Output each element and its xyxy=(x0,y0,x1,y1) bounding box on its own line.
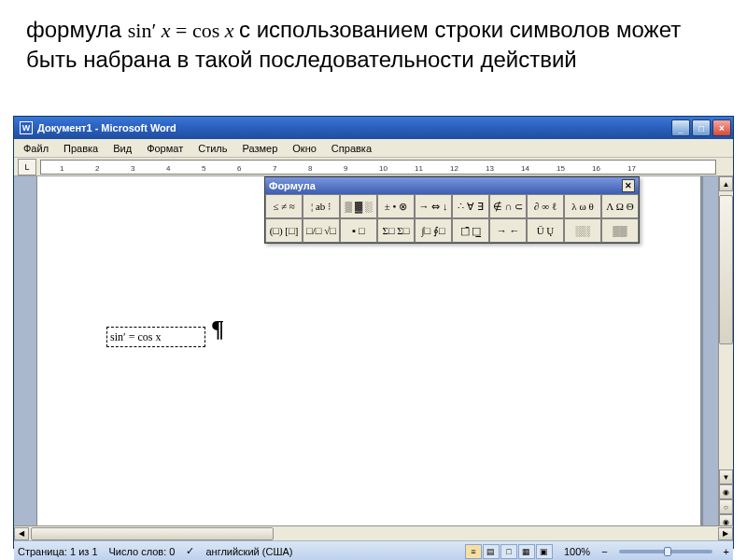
hscroll-thumb[interactable] xyxy=(31,527,274,540)
symbols-relational[interactable]: ≤ ≠ ≈ xyxy=(265,194,303,218)
view-print-layout[interactable]: ≡ xyxy=(465,544,482,559)
symbols-embellish[interactable]: ▒ ▓ ░ xyxy=(340,194,377,218)
menu-style[interactable]: Стиль xyxy=(192,141,233,156)
template-integral[interactable]: ∫□ ∮□ xyxy=(415,218,452,243)
equation-toolbar-row-2: (□) [□] □/□ √□ ▪ □ Σ□ Σ□ ∫□ ∮□ □̄ □̲ → ←… xyxy=(265,218,639,243)
view-buttons: ≡ ▤ □ ▦ ▣ xyxy=(465,544,553,559)
menu-edit[interactable]: Правка xyxy=(58,141,104,156)
menu-view[interactable]: Вид xyxy=(107,141,137,156)
vertical-scrollbar[interactable]: ▲ ▼ ◉ ○ ◉ xyxy=(718,176,733,525)
app-icon-letter: W xyxy=(22,123,31,133)
ruler-tick: 11 xyxy=(415,164,423,173)
scroll-thumb[interactable] xyxy=(719,195,733,344)
template-matrix-1[interactable]: ░░ xyxy=(564,218,601,243)
template-subscript[interactable]: ▪ □ xyxy=(340,218,377,243)
zoom-out-button[interactable]: − xyxy=(601,546,607,557)
status-proofing[interactable]: ✓ xyxy=(186,545,194,557)
maximize-button[interactable]: □ xyxy=(692,119,711,136)
template-sum[interactable]: Σ□ Σ□ xyxy=(377,218,415,243)
status-wordcount[interactable]: Число слов: 0 xyxy=(109,546,176,557)
equation-toolbar-rows: ≤ ≠ ≈ ¦ ab ⁝ ▒ ▓ ░ ± • ⊗ → ⇔ ↓ ∴ ∀ ∃ ∉ ∩… xyxy=(265,194,639,243)
ruler-tick: 10 xyxy=(379,164,388,173)
symbols-misc[interactable]: ∂ ∞ ℓ xyxy=(527,194,564,218)
menu-help[interactable]: Справка xyxy=(326,141,377,156)
scroll-left-button[interactable]: ◀ xyxy=(14,527,29,540)
ruler-tick: 14 xyxy=(521,164,529,173)
tab-selector-button[interactable]: L xyxy=(18,159,36,175)
zoom-slider-thumb[interactable] xyxy=(664,547,671,556)
window-title: Документ1 - Microsoft Word xyxy=(37,122,669,133)
heading-text: формула sin′ x = cos x с использованием … xyxy=(0,0,747,83)
view-web-layout[interactable]: □ xyxy=(500,544,517,559)
symbols-arrows[interactable]: → ⇔ ↓ xyxy=(415,194,452,218)
symbols-greek-lower[interactable]: λ ω θ xyxy=(564,194,601,218)
ruler-tick: 3 xyxy=(131,164,134,173)
app-icon: W xyxy=(20,121,33,134)
prev-page-button[interactable]: ◉ xyxy=(719,484,733,499)
menu-size[interactable]: Размер xyxy=(236,141,283,156)
close-icon: ✕ xyxy=(625,181,632,190)
zoom-level[interactable]: 100% xyxy=(564,546,590,557)
zoom-slider[interactable] xyxy=(619,550,712,553)
statusbar: Страница: 1 из 1 Число слов: 0 ✓ английс… xyxy=(14,540,733,560)
zoom-in-button[interactable]: + xyxy=(724,546,729,557)
template-matrix-2[interactable]: ▒▒ xyxy=(601,218,639,243)
formula-eq: = xyxy=(170,19,191,42)
ruler-tick: 2 xyxy=(95,164,99,173)
menu-file[interactable]: Файл xyxy=(18,141,54,156)
ruler-tick: 17 xyxy=(627,164,636,173)
close-button[interactable]: × xyxy=(712,119,731,136)
hscroll-track[interactable] xyxy=(29,527,718,540)
formula-x2: x xyxy=(225,19,234,42)
ruler-tick: 7 xyxy=(273,164,276,173)
equation-toolbar[interactable]: Формула ✕ ≤ ≠ ≈ ¦ ab ⁝ ▒ ▓ ░ ± • ⊗ → ⇔ ↓… xyxy=(264,176,640,244)
symbols-greek-upper[interactable]: Λ Ω Θ xyxy=(601,194,639,218)
ruler-tick: 15 xyxy=(557,164,565,173)
equation-toolbar-titlebar[interactable]: Формула ✕ xyxy=(265,177,639,194)
word-window: W Документ1 - Microsoft Word _ □ × Файл … xyxy=(13,116,734,549)
menu-window[interactable]: Окно xyxy=(287,141,322,156)
tab-selector-label: L xyxy=(24,162,29,172)
ruler-tick: 4 xyxy=(166,164,170,173)
view-full-screen[interactable]: ▤ xyxy=(483,544,500,559)
symbols-logic[interactable]: ∴ ∀ ∃ xyxy=(452,194,489,218)
ruler-tick: 5 xyxy=(202,164,205,173)
symbols-set[interactable]: ∉ ∩ ⊂ xyxy=(489,194,527,218)
paragraph-mark-icon: ¶ xyxy=(211,315,224,343)
scroll-down-button[interactable]: ▼ xyxy=(719,469,733,484)
view-outline[interactable]: ▦ xyxy=(518,544,535,559)
ruler-tick: 8 xyxy=(308,164,312,173)
template-fraction[interactable]: □/□ √□ xyxy=(303,218,340,243)
scroll-up-button[interactable]: ▲ xyxy=(719,176,733,191)
formula-sin: sin xyxy=(128,19,152,42)
inline-formula: sin′ x = cos x xyxy=(128,19,239,42)
template-overbar[interactable]: □̄ □̲ xyxy=(452,218,489,243)
equation-toolbar-close-button[interactable]: ✕ xyxy=(622,179,635,192)
scroll-track[interactable] xyxy=(719,195,733,469)
template-fences[interactable]: (□) [□] xyxy=(265,218,303,243)
minimize-button[interactable]: _ xyxy=(671,119,690,136)
ruler-tick: 16 xyxy=(592,164,600,173)
ruler-tick: 13 xyxy=(486,164,494,173)
browse-object-button[interactable]: ○ xyxy=(719,499,733,514)
symbols-spaces[interactable]: ¦ ab ⁝ xyxy=(303,194,340,218)
next-page-button[interactable]: ◉ xyxy=(719,514,733,525)
menu-format[interactable]: Формат xyxy=(141,141,189,156)
status-page[interactable]: Страница: 1 из 1 xyxy=(18,546,98,557)
status-language[interactable]: английский (США) xyxy=(205,546,292,557)
symbols-operators[interactable]: ± • ⊗ xyxy=(377,194,415,218)
equation-object[interactable]: sin′ = cos x xyxy=(106,327,205,347)
equation-toolbar-row-1: ≤ ≠ ≈ ¦ ab ⁝ ▒ ▓ ░ ± • ⊗ → ⇔ ↓ ∴ ∀ ∃ ∉ ∩… xyxy=(265,194,639,218)
formula-cos: cos xyxy=(192,19,219,42)
template-products[interactable]: Ū Ų xyxy=(527,218,564,243)
horizontal-ruler[interactable]: 1 2 3 4 5 6 7 8 9 10 11 12 13 14 15 16 1… xyxy=(40,160,716,175)
heading-rest: с использованием строки символов может б… xyxy=(26,17,681,72)
view-draft[interactable]: ▣ xyxy=(536,544,553,559)
document-workspace: sin′ = cos x ¶ Формула ✕ ≤ ≠ ≈ ¦ ab ⁝ ▒ … xyxy=(14,176,733,525)
scroll-right-button[interactable]: ▶ xyxy=(718,527,733,540)
heading-word-1: формула xyxy=(26,17,121,42)
horizontal-scrollbar[interactable]: ◀ ▶ xyxy=(14,525,733,540)
ruler-tick: 1 xyxy=(60,164,63,173)
titlebar[interactable]: W Документ1 - Microsoft Word _ □ × xyxy=(14,117,733,139)
template-labeled-arrow[interactable]: → ← xyxy=(489,218,527,243)
